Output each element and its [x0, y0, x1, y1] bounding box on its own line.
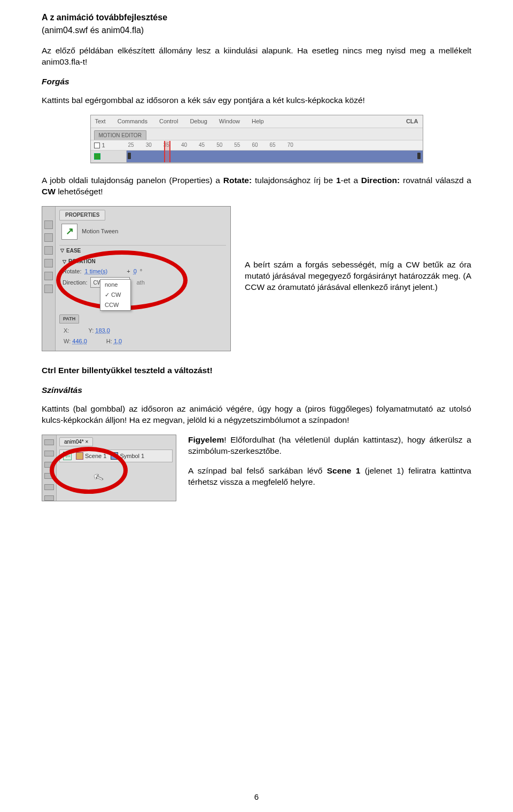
- bold-direction: Direction:: [361, 176, 400, 185]
- tool-icon[interactable]: [44, 484, 54, 490]
- tick: 50: [216, 141, 222, 149]
- vertical-toolstrip: [42, 207, 56, 351]
- motion-tween-label: Motion Tween: [82, 227, 118, 235]
- text: A jobb oldali tulajdonság panelon (Prope…: [42, 176, 223, 185]
- app-menu-bar: Text Commands Control Debug Window Help …: [91, 115, 423, 128]
- tab-label: anim04*: [64, 439, 84, 445]
- ruler-start: 1: [102, 141, 105, 149]
- bold-one: 1: [336, 176, 341, 185]
- tick: 60: [252, 141, 258, 149]
- degree-label: °: [140, 267, 142, 275]
- tool-icon[interactable]: [44, 285, 53, 293]
- motion-editor-tab[interactable]: MOTION EDITOR: [94, 130, 146, 140]
- rotate-value[interactable]: 1 time(s): [84, 267, 107, 275]
- w-value[interactable]: 446,0: [72, 338, 87, 344]
- text: A színpad bal felső sarkában lévő: [188, 466, 327, 475]
- bold-cw: CW: [42, 187, 56, 196]
- layer-lock-icon[interactable]: [94, 143, 100, 148]
- scene-label: Scene 1: [85, 452, 106, 460]
- ease-label: EASE: [66, 247, 81, 255]
- ctrl-enter-line: Ctrl Enter billentyűkkel teszteld a vált…: [42, 365, 471, 376]
- left-toolstrip: [42, 435, 57, 501]
- tool-icon[interactable]: [44, 495, 54, 501]
- direction-dropdown-menu: none CW CCW: [100, 279, 131, 311]
- playhead-icon[interactable]: [164, 141, 170, 162]
- tool-icon[interactable]: [44, 451, 54, 456]
- rotation-label: ROTATION: [68, 258, 96, 265]
- symbol-icon: [111, 452, 118, 460]
- menu-text[interactable]: Text: [95, 117, 106, 125]
- document-tab[interactable]: anim04* ×: [59, 437, 93, 447]
- tool-icon[interactable]: [44, 473, 54, 479]
- tool-icon[interactable]: [44, 439, 54, 445]
- tool-icon[interactable]: [44, 462, 54, 468]
- breadcrumb-scene[interactable]: Scene 1: [76, 452, 106, 460]
- x-label: X:: [64, 327, 69, 334]
- motion-tween-icon: ↗: [61, 224, 77, 240]
- timeline-ruler: 1 25 30 35 40 45 50 55 60 65 70: [91, 140, 423, 151]
- text: rovatnál válaszd a: [400, 176, 471, 185]
- szinvaltas-p2: A színpad bal felső sarkában lévő Scene …: [188, 466, 471, 488]
- tick: 45: [199, 141, 205, 149]
- intro-paragraph: Az előző példában elkészített állomány l…: [42, 45, 471, 68]
- tick: 40: [181, 141, 187, 149]
- w-label: W:: [64, 338, 71, 344]
- cla-label: CLA: [406, 117, 418, 125]
- scene-icon: [76, 452, 83, 460]
- section-szinvaltas: Színváltás: [42, 385, 471, 396]
- close-icon[interactable]: ×: [85, 439, 88, 445]
- tool-icon[interactable]: [44, 259, 53, 267]
- section-forgas: Forgás: [42, 76, 471, 88]
- tool-icon[interactable]: [44, 272, 53, 280]
- page-number: 6: [0, 792, 513, 802]
- rotate-plus-value[interactable]: 0: [134, 267, 137, 275]
- menu-help[interactable]: Help: [252, 117, 264, 125]
- rotate-label: Rotate:: [63, 267, 81, 275]
- tool-icon[interactable]: [44, 220, 53, 229]
- bold-figyelem: Figyelem: [188, 435, 224, 444]
- tick: 65: [270, 141, 276, 149]
- direction-label: Direction:: [63, 279, 87, 287]
- y-value[interactable]: 183,0: [95, 327, 110, 334]
- rotation-section[interactable]: ▽ROTATION: [63, 258, 223, 265]
- szinvaltas-p1: Kattints (bal gombbal) az idősoron az an…: [42, 404, 471, 426]
- keyframe-icon[interactable]: [417, 153, 421, 159]
- path-section[interactable]: PATH: [59, 314, 79, 323]
- stray-text: ath: [136, 279, 144, 287]
- forgas-side-text: A beírt szám a forgás sebességét, míg a …: [245, 206, 471, 293]
- menu-debug[interactable]: Debug: [190, 117, 207, 125]
- edit-breadcrumb: ⇦ Scene 1 Symbol 1: [59, 450, 173, 462]
- text: lehetőséget!: [56, 187, 103, 196]
- ease-section[interactable]: ▽EASE: [59, 246, 226, 256]
- forgas-p1: Kattints bal egérgombbal az idősoron a k…: [42, 95, 471, 106]
- screenshot-scene-breadcrumb: anim04* × ⇦ Scene 1 Symbol 1 ↖: [42, 435, 176, 502]
- tick: 25: [128, 141, 134, 149]
- h-label: H:: [106, 338, 112, 344]
- text: -et a: [341, 176, 361, 185]
- tool-icon[interactable]: [44, 233, 53, 242]
- h-value[interactable]: 1,0: [114, 338, 122, 344]
- menu-item-ccw[interactable]: CCW: [100, 300, 130, 310]
- breadcrumb-symbol[interactable]: Symbol 1: [111, 452, 144, 460]
- menu-window[interactable]: Window: [219, 117, 240, 125]
- tick: 30: [146, 141, 152, 149]
- screenshot-timeline: Text Commands Control Debug Window Help …: [90, 115, 423, 163]
- forgas-p2: A jobb oldali tulajdonság panelon (Prope…: [42, 175, 471, 198]
- menu-item-none[interactable]: none: [100, 280, 130, 290]
- doc-title: A z animáció továbbfejlesztése: [42, 12, 471, 23]
- menu-commands[interactable]: Commands: [118, 117, 147, 125]
- text: ! Előfordulhat (ha véletlenül duplán kat…: [188, 435, 471, 455]
- menu-item-cw[interactable]: CW: [100, 290, 130, 300]
- text: tulajdonsághoz írj be: [252, 176, 336, 185]
- symbol-label: Symbol 1: [120, 452, 144, 460]
- keyframe-icon[interactable]: [128, 153, 131, 159]
- menu-control[interactable]: Control: [159, 117, 178, 125]
- plus-label: +: [127, 267, 130, 275]
- screenshot-properties-panel: PROPERTIES ↗ Motion Tween ▽EASE ▽ROTATIO…: [42, 206, 231, 351]
- timeline-layer-row[interactable]: [91, 151, 423, 163]
- tool-icon[interactable]: [44, 246, 53, 255]
- back-arrow-icon[interactable]: ⇦: [63, 452, 72, 460]
- properties-tab[interactable]: PROPERTIES: [59, 210, 105, 220]
- bold-rotate: Rotate:: [223, 176, 252, 185]
- bold-scene1: Scene 1: [327, 466, 361, 475]
